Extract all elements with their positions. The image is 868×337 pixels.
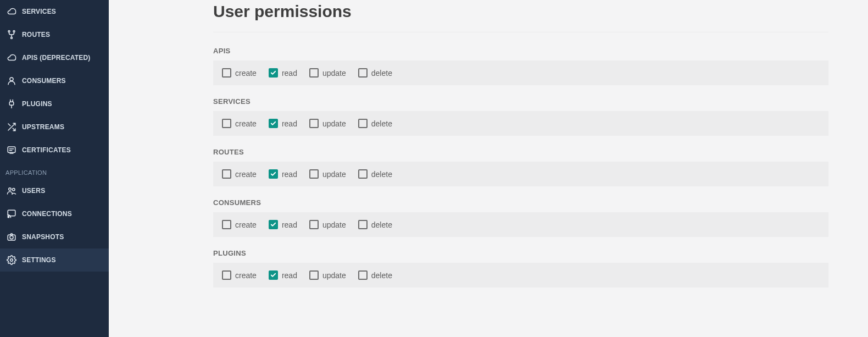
checkbox-update[interactable] (309, 220, 319, 229)
permission-label: read (282, 271, 297, 280)
checkbox-read[interactable] (269, 169, 278, 179)
permission-delete-option[interactable]: delete (358, 270, 392, 280)
sidebar-item-label: APIS (DEPRECATED) (22, 54, 91, 62)
person-icon (5, 76, 18, 86)
checkbox-read[interactable] (269, 270, 278, 280)
checkbox-delete[interactable] (358, 270, 368, 280)
permission-read-option[interactable]: read (269, 119, 297, 128)
svg-rect-4 (9, 102, 14, 105)
svg-point-6 (9, 188, 12, 191)
permission-read-option[interactable]: read (269, 169, 297, 179)
permission-section-apis: APIS create read update delete (213, 47, 828, 85)
permission-update-option[interactable]: update (309, 169, 346, 179)
permission-update-option[interactable]: update (309, 220, 346, 229)
sidebar-item-certificates[interactable]: CERTIFICATES (0, 139, 109, 162)
cloud-icon (5, 7, 18, 16)
permission-section-title: APIS (213, 47, 828, 55)
gear-icon (5, 255, 18, 265)
permission-delete-option[interactable]: delete (358, 169, 392, 179)
checkbox-create[interactable] (222, 169, 231, 179)
cloud-icon (5, 53, 18, 63)
sidebar-item-label: SETTINGS (22, 256, 56, 264)
sidebar-item-users[interactable]: USERS (0, 179, 109, 202)
sidebar-item-services[interactable]: SERVICES (0, 0, 109, 23)
checkbox-create[interactable] (222, 270, 231, 280)
svg-point-11 (10, 236, 13, 239)
permission-update-option[interactable]: update (309, 270, 346, 280)
permission-create-option[interactable]: create (222, 270, 257, 280)
permission-label: read (282, 220, 297, 229)
permission-update-option[interactable]: update (309, 119, 346, 128)
checkbox-read[interactable] (269, 220, 278, 229)
svg-point-12 (10, 259, 13, 262)
permission-label: delete (371, 271, 392, 280)
permission-label: update (322, 119, 346, 128)
permission-create-option[interactable]: create (222, 169, 257, 179)
checkbox-update[interactable] (309, 169, 319, 179)
svg-point-9 (8, 217, 9, 218)
permission-read-option[interactable]: read (269, 68, 297, 78)
sidebar: SERVICES ROUTES APIS (DEPRECATED) CONSUM… (0, 0, 109, 337)
permission-delete-option[interactable]: delete (358, 220, 392, 229)
sidebar-item-apis-deprecated-[interactable]: APIS (DEPRECATED) (0, 46, 109, 69)
permission-label: update (322, 271, 346, 280)
shuffle-icon (5, 122, 18, 132)
permission-label: delete (371, 170, 392, 179)
permission-row: create read update delete (213, 111, 828, 136)
permission-delete-option[interactable]: delete (358, 68, 392, 78)
permission-section-title: PLUGINS (213, 249, 828, 257)
permission-label: read (282, 69, 297, 78)
sidebar-item-connections[interactable]: CONNECTIONS (0, 202, 109, 225)
permission-create-option[interactable]: create (222, 119, 257, 128)
permission-label: create (235, 271, 257, 280)
page-title: User permissions (213, 0, 828, 32)
permission-label: update (322, 170, 346, 179)
permission-update-option[interactable]: update (309, 68, 346, 78)
sidebar-item-label: SERVICES (22, 8, 56, 15)
permission-label: read (282, 170, 297, 179)
sidebar-item-routes[interactable]: ROUTES (0, 23, 109, 46)
cast-icon (5, 209, 18, 219)
sidebar-item-snapshots[interactable]: SNAPSHOTS (0, 225, 109, 248)
svg-point-3 (10, 78, 13, 81)
permission-section-consumers: CONSUMERS create read update delete (213, 198, 828, 237)
permission-label: delete (371, 220, 392, 229)
permission-read-option[interactable]: read (269, 220, 297, 229)
permission-read-option[interactable]: read (269, 270, 297, 280)
checkbox-read[interactable] (269, 119, 278, 128)
checkbox-delete[interactable] (358, 119, 368, 128)
permission-label: update (322, 69, 346, 78)
checkbox-delete[interactable] (358, 68, 368, 78)
checkbox-delete[interactable] (358, 220, 368, 229)
sidebar-item-label: PLUGINS (22, 100, 52, 108)
permission-label: read (282, 119, 297, 128)
checkbox-create[interactable] (222, 68, 231, 78)
permission-row: create read update delete (213, 263, 828, 288)
sidebar-item-upstreams[interactable]: UPSTREAMS (0, 115, 109, 139)
sidebar-item-label: SNAPSHOTS (22, 233, 64, 241)
sidebar-heading-application: APPLICATION (0, 162, 109, 179)
checkbox-delete[interactable] (358, 169, 368, 179)
permission-delete-option[interactable]: delete (358, 119, 392, 128)
checkbox-create[interactable] (222, 220, 231, 229)
checkbox-update[interactable] (309, 270, 319, 280)
permission-label: create (235, 69, 257, 78)
permission-section-title: CONSUMERS (213, 198, 828, 207)
sidebar-item-settings[interactable]: SETTINGS (0, 248, 109, 272)
svg-point-7 (13, 189, 15, 191)
main-content: User permissions APIS create read update (109, 0, 868, 337)
sidebar-item-label: CONNECTIONS (22, 210, 72, 218)
permission-create-option[interactable]: create (222, 68, 257, 78)
permission-section-services: SERVICES create read update delete (213, 97, 828, 136)
checkbox-read[interactable] (269, 68, 278, 78)
sidebar-item-label: CERTIFICATES (22, 146, 71, 154)
permission-create-option[interactable]: create (222, 220, 257, 229)
sidebar-item-consumers[interactable]: CONSUMERS (0, 69, 109, 92)
checkbox-update[interactable] (309, 119, 319, 128)
checkbox-create[interactable] (222, 119, 231, 128)
permission-label: create (235, 119, 257, 128)
checkbox-update[interactable] (309, 68, 319, 78)
sidebar-item-plugins[interactable]: PLUGINS (0, 92, 109, 115)
camera-icon (5, 232, 18, 242)
cert-icon (5, 145, 18, 155)
